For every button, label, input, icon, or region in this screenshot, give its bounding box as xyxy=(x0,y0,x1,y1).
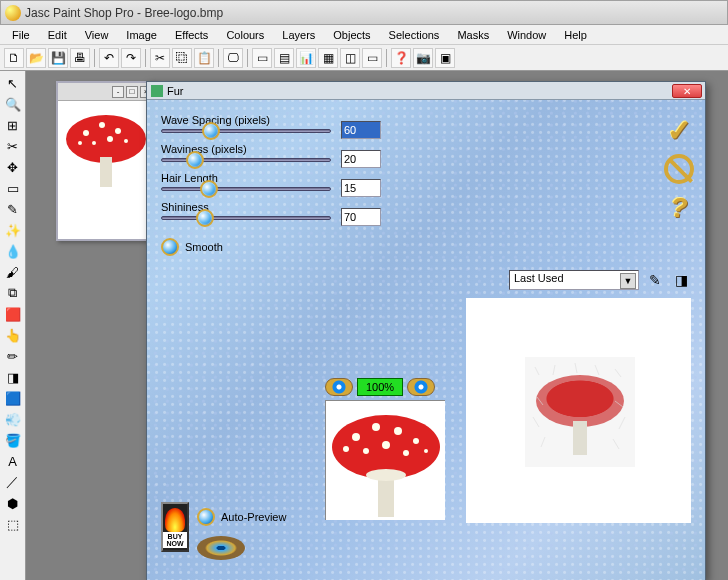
menu-help[interactable]: Help xyxy=(556,27,595,43)
cancel-button[interactable] xyxy=(664,154,694,184)
svg-point-25 xyxy=(394,427,402,435)
shininess-input[interactable] xyxy=(341,208,381,226)
redo-button[interactable]: ↷ xyxy=(121,48,141,68)
normal-view-button[interactable]: ▭ xyxy=(252,48,272,68)
open-button[interactable]: 📂 xyxy=(26,48,46,68)
twain-button[interactable]: ▣ xyxy=(435,48,455,68)
tool-options-button[interactable]: ◫ xyxy=(340,48,360,68)
save-preset-button[interactable]: ✎ xyxy=(645,271,665,289)
app-title: Jasc Paint Shop Pro - Bree-logo.bmp xyxy=(25,6,223,20)
wave-spacing-input[interactable] xyxy=(341,121,381,139)
document-thumbnail xyxy=(62,105,150,193)
smooth-toggle[interactable] xyxy=(161,238,179,256)
arrow-tool[interactable]: ↖ xyxy=(3,73,23,93)
undo-button[interactable]: ↶ xyxy=(99,48,119,68)
retouch-tool[interactable]: 👆 xyxy=(3,325,23,345)
preset-shapes-tool[interactable]: ⬢ xyxy=(3,493,23,513)
buy-now-button[interactable]: BUY NOW xyxy=(161,502,189,552)
shininess-slider[interactable] xyxy=(161,216,331,220)
svg-point-3 xyxy=(115,128,121,134)
svg-rect-10 xyxy=(573,421,587,455)
auto-preview-label: Auto-Preview xyxy=(221,511,286,523)
paintbrush-tool[interactable]: 🖌 xyxy=(3,262,23,282)
menu-edit[interactable]: Edit xyxy=(40,27,75,43)
zoom-out-button[interactable] xyxy=(325,378,353,396)
waviness-input[interactable] xyxy=(341,150,381,168)
hair-length-input[interactable] xyxy=(341,179,381,197)
svg-point-0 xyxy=(66,115,146,163)
menu-layers[interactable]: Layers xyxy=(274,27,323,43)
zoom-tool[interactable]: 🔍 xyxy=(3,94,23,114)
fur-dialog: Fur ✕ Wave Spacing (pixels) Waviness (pi… xyxy=(146,81,706,580)
delete-preset-button[interactable]: ◨ xyxy=(671,271,691,289)
document-titlebar[interactable]: - □ × xyxy=(58,83,154,101)
document-window[interactable]: - □ × xyxy=(56,81,156,241)
hair-length-slider[interactable] xyxy=(161,187,331,191)
dropper-tool[interactable]: 💧 xyxy=(3,241,23,261)
svg-point-9 xyxy=(536,375,624,427)
paste-button[interactable]: 📋 xyxy=(194,48,214,68)
minimize-icon[interactable]: - xyxy=(112,86,124,98)
menu-colours[interactable]: Colours xyxy=(218,27,272,43)
freehand-tool[interactable]: ✎ xyxy=(3,199,23,219)
dialog-title: Fur xyxy=(167,85,184,97)
menu-effects[interactable]: Effects xyxy=(167,27,216,43)
dialog-close-button[interactable]: ✕ xyxy=(672,84,702,98)
crop-tool[interactable]: ✂ xyxy=(3,136,23,156)
menu-file[interactable]: File xyxy=(4,27,38,43)
preset-dropdown[interactable]: Last Used xyxy=(509,270,639,290)
save-button[interactable]: 💾 xyxy=(48,48,68,68)
object-selector-tool[interactable]: ⬚ xyxy=(3,514,23,534)
scratch-tool[interactable]: ✏ xyxy=(3,346,23,366)
wave-spacing-slider[interactable] xyxy=(161,129,331,133)
selection-tool[interactable]: ▭ xyxy=(3,178,23,198)
deform-tool[interactable]: ⊞ xyxy=(3,115,23,135)
svg-point-26 xyxy=(413,438,419,444)
fullscreen-button[interactable]: 🖵 xyxy=(223,48,243,68)
menu-selections[interactable]: Selections xyxy=(381,27,448,43)
source-preview[interactable] xyxy=(325,400,445,520)
histogram-button[interactable]: 📊 xyxy=(296,48,316,68)
copy-button[interactable]: ⿻ xyxy=(172,48,192,68)
picture-tube-tool[interactable]: 🟦 xyxy=(3,388,23,408)
waviness-slider[interactable] xyxy=(161,158,331,162)
mover-tool[interactable]: ✥ xyxy=(3,157,23,177)
print-button[interactable]: 🖶 xyxy=(70,48,90,68)
svg-line-19 xyxy=(613,439,619,449)
auto-preview-toggle[interactable] xyxy=(197,508,215,526)
svg-point-29 xyxy=(403,450,409,456)
dialog-titlebar[interactable]: Fur ✕ xyxy=(147,82,705,100)
clone-tool[interactable]: ⧉ xyxy=(3,283,23,303)
text-tool[interactable]: A xyxy=(3,451,23,471)
app-titlebar: Jasc Paint Shop Pro - Bree-logo.bmp xyxy=(0,0,728,25)
cut-button[interactable]: ✂ xyxy=(150,48,170,68)
menu-view[interactable]: View xyxy=(77,27,117,43)
hair-length-label: Hair Length xyxy=(161,172,331,184)
context-help-button[interactable]: ❓ xyxy=(391,48,411,68)
new-button[interactable]: 🗋 xyxy=(4,48,24,68)
color-replacer-tool[interactable]: 🟥 xyxy=(3,304,23,324)
flood-fill-tool[interactable]: 🪣 xyxy=(3,430,23,450)
svg-line-15 xyxy=(615,369,621,377)
menu-objects[interactable]: Objects xyxy=(325,27,378,43)
toggle-palette-button[interactable]: ▤ xyxy=(274,48,294,68)
menu-image[interactable]: Image xyxy=(118,27,165,43)
eraser-tool[interactable]: ◨ xyxy=(3,367,23,387)
maximize-icon[interactable]: □ xyxy=(126,86,138,98)
airbrush-tool[interactable]: 💨 xyxy=(3,409,23,429)
flame-icon xyxy=(165,508,185,532)
svg-point-23 xyxy=(352,433,360,441)
help-button[interactable] xyxy=(663,192,695,224)
svg-point-30 xyxy=(343,446,349,452)
draw-tool[interactable]: ／ xyxy=(3,472,23,492)
layers-palette-button[interactable]: ▦ xyxy=(318,48,338,68)
preview-eye-button[interactable] xyxy=(197,536,245,560)
ok-button[interactable] xyxy=(663,114,695,146)
menu-masks[interactable]: Masks xyxy=(449,27,497,43)
menu-window[interactable]: Window xyxy=(499,27,554,43)
zoom-in-button[interactable] xyxy=(407,378,435,396)
camera-button[interactable]: 📷 xyxy=(413,48,433,68)
magic-wand-tool[interactable]: ✨ xyxy=(3,220,23,240)
svg-point-1 xyxy=(83,130,89,136)
overview-button[interactable]: ▭ xyxy=(362,48,382,68)
